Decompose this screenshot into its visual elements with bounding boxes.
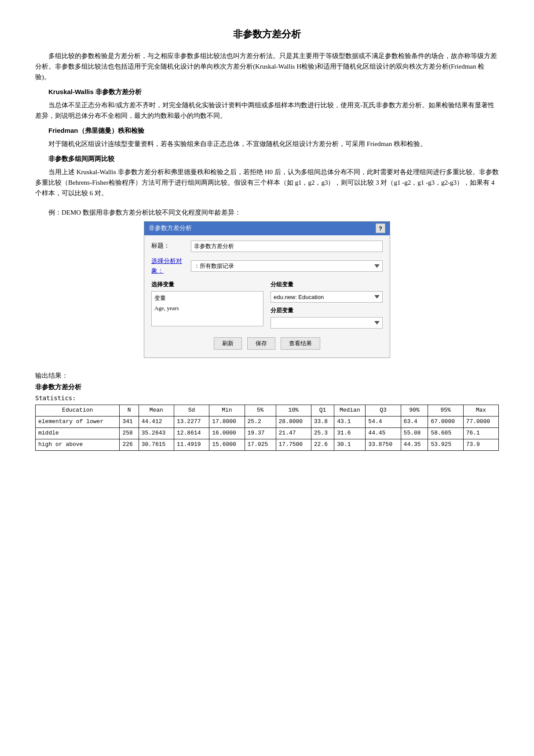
example-label: 例：DEMO 数据用非参数方差分析比较不同文化程度间年龄差异： — [35, 207, 499, 218]
analysis-target-label[interactable]: 选择分析对象： — [151, 256, 191, 276]
help-button[interactable]: ? — [376, 223, 385, 233]
table-cell-value: 22.6 — [311, 439, 334, 450]
table-header-cell: Education — [36, 405, 120, 416]
table-cell-value: 17.8000 — [209, 416, 245, 428]
table-cell-value: 13.2277 — [174, 416, 209, 428]
table-cell-value: 25.2 — [245, 416, 276, 428]
table-header-cell: Sd — [174, 405, 209, 416]
table-cell-education: middle — [36, 427, 120, 439]
table-header-cell: Max — [463, 405, 498, 416]
var-item-age[interactable]: Age, years — [154, 303, 261, 314]
table-cell-value: 44.412 — [139, 416, 174, 428]
table-cell-value: 341 — [120, 416, 139, 428]
table-header-cell: Mean — [139, 405, 174, 416]
table-body: elementary of lower34144.41213.227717.80… — [36, 416, 499, 450]
section-heading-friedman: Friedman（弗里德曼）秩和检验 — [35, 125, 499, 136]
group-var-select[interactable]: edu.new: Education — [271, 291, 383, 303]
table-cell-value: 54.4 — [366, 416, 401, 428]
title-row: 标题： — [151, 241, 383, 252]
table-cell-value: 44.45 — [366, 427, 401, 439]
statistics-table: EducationNMeanSdMin5%10%Q1MedianQ390%95%… — [35, 405, 499, 450]
table-header-cell: 90% — [401, 405, 428, 416]
table-header-cell: Q1 — [311, 405, 334, 416]
table-cell-value: 16.0000 — [209, 427, 245, 439]
table-header-cell: Q3 — [366, 405, 401, 416]
table-header-cell: 95% — [428, 405, 463, 416]
title-label: 标题： — [151, 241, 191, 251]
table-cell-value: 43.1 — [334, 416, 366, 428]
save-button[interactable]: 保存 — [247, 337, 275, 350]
table-header-cell: 10% — [276, 405, 311, 416]
analysis-target-select[interactable]: ：所有数据记录 — [191, 260, 383, 272]
analysis-target-row: 选择分析对象： ：所有数据记录 — [151, 256, 383, 276]
table-cell-value: 33.8 — [311, 416, 334, 428]
table-cell-value: 58.605 — [428, 427, 463, 439]
output-title: 非参数方差分析 — [35, 382, 499, 392]
select-variables-panel: 选择变量 变量 Age, years — [151, 280, 263, 332]
strat-var-row — [271, 317, 383, 329]
dialog-body: 标题： 选择分析对象： ：所有数据记录 选择变量 变量 Age, years — [144, 235, 390, 358]
table-header-cell: N — [120, 405, 139, 416]
table-cell-value: 44.35 — [401, 439, 428, 450]
table-cell-value: 19.37 — [245, 427, 276, 439]
group-var-label: 分组变量 — [271, 280, 383, 289]
section-heading-multi: 非参数多组间两两比较 — [35, 153, 499, 164]
refresh-button[interactable]: 刷新 — [214, 337, 242, 350]
strat-var-label: 分层变量 — [271, 306, 383, 315]
page-title: 非参数方差分析 — [35, 26, 499, 42]
dialog-titlebar: 非参数方差分析 ? — [144, 222, 390, 235]
table-cell-value: 53.925 — [428, 439, 463, 450]
intro-para-1: 多组比较的参数检验是方差分析，与之相应非参数多组比较法也叫方差分析法。只是其主要… — [35, 51, 499, 82]
table-cell-value: 30.1 — [334, 439, 366, 450]
table-cell-education: elementary of lower — [36, 416, 120, 428]
table-header-cell: Min — [209, 405, 245, 416]
variables-section: 选择变量 变量 Age, years 分组变量 edu.new: Educati… — [151, 280, 383, 332]
table-cell-value: 17.025 — [245, 439, 276, 450]
table-cell-value: 67.0000 — [428, 416, 463, 428]
var-item-label: 变量 — [154, 293, 261, 303]
section-heading-kruskal: Kruskal-Wallis 非参数方差分析 — [35, 87, 499, 97]
table-row: elementary of lower34144.41213.227717.80… — [36, 416, 499, 428]
table-cell-value: 15.6000 — [209, 439, 245, 450]
intro-para-friedman: 对于随机化区组设计连续型变量资料，若各实验组来自非正态总体，不宜做随机化区组设计… — [35, 139, 499, 149]
table-header-cell: Median — [334, 405, 366, 416]
title-input[interactable] — [191, 241, 383, 252]
table-cell-value: 31.6 — [334, 427, 366, 439]
group-var-row: edu.new: Education — [271, 291, 383, 303]
output-section: 输出结果： 非参数方差分析 Statistics: EducationNMean… — [35, 370, 499, 451]
table-cell-value: 77.0000 — [463, 416, 498, 428]
table-cell-value: 55.08 — [401, 427, 428, 439]
output-subtitle: Statistics: — [35, 393, 499, 403]
output-label: 输出结果： — [35, 370, 499, 381]
table-cell-value: 63.4 — [401, 416, 428, 428]
table-cell-value: 21.47 — [276, 427, 311, 439]
table-cell-value: 25.3 — [311, 427, 334, 439]
table-header-cell: 5% — [245, 405, 276, 416]
table-cell-value: 258 — [120, 427, 139, 439]
dialog-title: 非参数方差分析 — [149, 223, 192, 233]
var-section-label: 选择变量 — [151, 280, 263, 289]
intro-para-multi: 当用上述 Kruskal-Wallis 非参数方差分析和弗里德曼秩和检验之后，若… — [35, 167, 499, 198]
right-variable-panel: 分组变量 edu.new: Education 分层变量 — [271, 280, 383, 332]
dialog-buttons: 刷新 保存 查看结果 — [151, 337, 383, 352]
table-cell-value: 11.4919 — [174, 439, 209, 450]
strat-var-select[interactable] — [271, 317, 383, 329]
intro-para-kruskal: 当总体不呈正态分布和/或方差不齐时，对完全随机化实验设计资料中两组或多组样本均数… — [35, 100, 499, 121]
table-row: high or above22630.761511.491915.600017.… — [36, 439, 499, 450]
table-cell-value: 17.7500 — [276, 439, 311, 450]
table-cell-education: high or above — [36, 439, 120, 450]
table-cell-value: 28.8000 — [276, 416, 311, 428]
table-cell-value: 76.1 — [463, 427, 498, 439]
table-cell-value: 73.9 — [463, 439, 498, 450]
table-row: middle25835.264312.861416.000019.3721.47… — [36, 427, 499, 439]
table-cell-value: 33.8750 — [366, 439, 401, 450]
dialog-box: 非参数方差分析 ? 标题： 选择分析对象： ：所有数据记录 选择变量 变量 Ag… — [144, 221, 390, 358]
view-results-button[interactable]: 查看结果 — [281, 337, 320, 350]
table-cell-value: 35.2643 — [139, 427, 174, 439]
table-header-row: EducationNMeanSdMin5%10%Q1MedianQ390%95%… — [36, 405, 499, 416]
table-cell-value: 12.8614 — [174, 427, 209, 439]
table-cell-value: 226 — [120, 439, 139, 450]
variables-listbox[interactable]: 变量 Age, years — [151, 291, 263, 326]
table-cell-value: 30.7615 — [139, 439, 174, 450]
